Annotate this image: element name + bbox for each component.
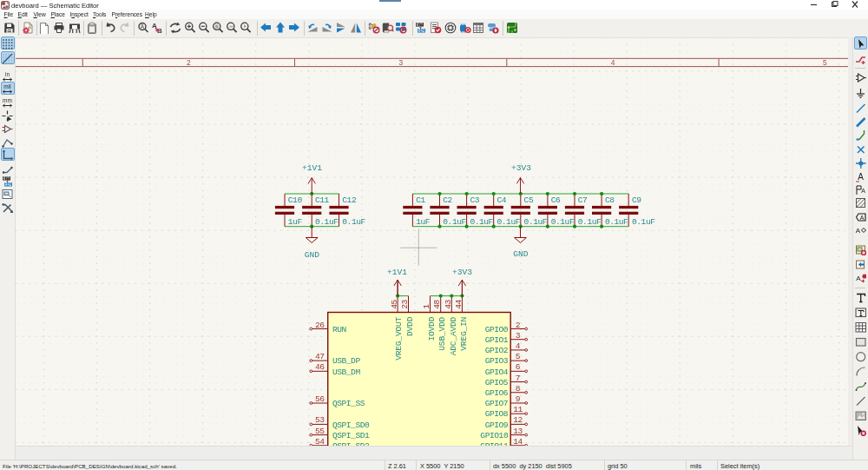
svg-text:QSPI_SS: QSPI_SS [332, 399, 365, 408]
svg-text:VREG_VOUT: VREG_VOUT [394, 316, 404, 360]
svg-text:4: 4 [610, 59, 615, 68]
svg-text:GPIO3: GPIO3 [485, 356, 509, 366]
svg-text:0.1uF: 0.1uF [497, 217, 521, 227]
svg-text:GPIO0: GPIO0 [485, 325, 509, 334]
svg-text:+1V1: +1V1 [302, 163, 322, 173]
svg-text:C4: C4 [497, 195, 507, 205]
svg-text:C5: C5 [524, 195, 534, 205]
svg-text:6: 6 [516, 362, 521, 372]
svg-text:0.1uF: 0.1uF [524, 217, 548, 227]
svg-text:GPIO2: GPIO2 [485, 346, 509, 355]
svg-text:A: A [856, 275, 861, 282]
svg-text:56: 56 [315, 394, 325, 404]
svg-text:13: 13 [513, 427, 523, 436]
svg-text:R42: R42 [418, 28, 424, 32]
svg-text:GPIO9: GPIO9 [485, 420, 509, 430]
svg-text:12: 12 [513, 415, 523, 425]
svg-text:GPIO6: GPIO6 [485, 388, 509, 398]
svg-text:0.1uF: 0.1uF [443, 217, 466, 227]
svg-text:A: A [856, 227, 861, 235]
svg-text:43: 43 [444, 299, 453, 308]
svg-text:23: 23 [400, 299, 410, 308]
svg-text:GPIO1: GPIO1 [485, 335, 509, 345]
svg-text:C1: C1 [416, 195, 425, 205]
svg-text:A: A [861, 188, 865, 194]
svg-text:ADC_AVDD: ADC_AVDD [449, 316, 458, 355]
svg-text:USB_DM: USB_DM [332, 367, 361, 377]
svg-text:0.1uF: 0.1uF [605, 217, 628, 227]
svg-text:55: 55 [315, 427, 325, 436]
svg-text:53: 53 [315, 415, 325, 425]
svg-text:QSPI_SD1: QSPI_SD1 [332, 431, 370, 440]
svg-text:DVDD: DVDD [405, 316, 415, 336]
svg-text:7: 7 [516, 374, 520, 383]
svg-text:A: A [859, 215, 864, 221]
svg-text:C11: C11 [315, 195, 330, 205]
svg-text:8: 8 [516, 384, 521, 394]
svg-text:USB_DP: USB_DP [332, 356, 361, 366]
svg-text:1uF: 1uF [416, 217, 431, 227]
svg-text:+3V3: +3V3 [452, 268, 472, 277]
svg-text:R??: R?? [416, 22, 423, 26]
svg-text:GPIO5: GPIO5 [485, 378, 509, 387]
svg-text:R42: R42 [5, 182, 12, 186]
svg-text:48: 48 [432, 299, 442, 308]
svg-text:47: 47 [315, 352, 325, 361]
svg-text:0.1uF: 0.1uF [551, 217, 575, 227]
svg-text:mil: mil [4, 83, 12, 89]
svg-text:A: A [141, 23, 145, 30]
svg-text:4: 4 [516, 341, 521, 351]
svg-text:RUN: RUN [332, 325, 346, 334]
svg-text:2: 2 [516, 321, 521, 330]
svg-text:USB_VDD: USB_VDD [437, 316, 447, 350]
svg-text:5: 5 [516, 352, 521, 361]
svg-text:11: 11 [513, 405, 523, 414]
svg-text:VREG_IN: VREG_IN [459, 317, 469, 351]
svg-text:2: 2 [187, 59, 191, 68]
svg-text:in: in [5, 71, 10, 77]
svg-text:26: 26 [315, 321, 325, 330]
svg-text:GND: GND [305, 250, 320, 260]
svg-text:GPIO7: GPIO7 [485, 399, 509, 408]
svg-text:QSPI_SD0: QSPI_SD0 [332, 420, 370, 430]
svg-text:46: 46 [315, 362, 325, 372]
svg-text:GND: GND [513, 249, 529, 259]
svg-text:0.1uF: 0.1uF [315, 217, 339, 227]
svg-text:C7: C7 [578, 195, 588, 205]
svg-text:45: 45 [390, 299, 399, 308]
svg-text:GPIO10: GPIO10 [480, 431, 509, 440]
svg-text:0.1uF: 0.1uF [342, 217, 365, 227]
svg-text:3: 3 [398, 59, 403, 68]
svg-text:C9: C9 [632, 195, 641, 205]
svg-text:C2: C2 [443, 195, 452, 205]
svg-text:A: A [858, 172, 864, 182]
svg-text:IOVDD: IOVDD [427, 316, 437, 341]
svg-text:1: 1 [422, 304, 431, 309]
svg-text:0.1uF: 0.1uF [632, 217, 655, 227]
svg-text:44: 44 [454, 299, 464, 308]
svg-text:C6: C6 [551, 195, 561, 205]
svg-text:0.1uF: 0.1uF [578, 217, 602, 227]
svg-text:5: 5 [823, 59, 827, 68]
svg-text:+3V3: +3V3 [511, 163, 531, 173]
svg-text:0.1uF: 0.1uF [470, 217, 493, 227]
svg-text:C8: C8 [605, 195, 615, 205]
svg-text:GPIO4: GPIO4 [485, 367, 509, 377]
svg-text:3: 3 [516, 331, 521, 341]
svg-text:R??: R?? [3, 175, 10, 180]
svg-text:mm: mm [3, 97, 12, 103]
svg-text:9: 9 [516, 394, 521, 404]
svg-text:C12: C12 [342, 195, 357, 205]
svg-text:1uF: 1uF [288, 217, 303, 227]
svg-text:+1V1: +1V1 [387, 268, 407, 277]
svg-text:C10: C10 [288, 195, 303, 205]
svg-text:C3: C3 [470, 195, 479, 205]
svg-text:GPIO8: GPIO8 [485, 409, 509, 419]
